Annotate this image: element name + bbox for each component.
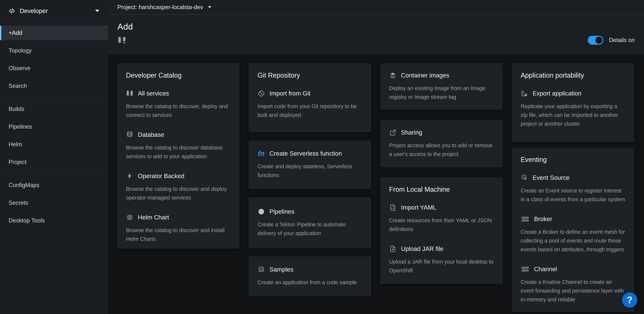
sidebar-item-builds[interactable]: Builds — [0, 102, 108, 116]
page-header: Add Details on — [108, 14, 644, 54]
add-cards-grid: Developer Catalog All services Browse th… — [117, 63, 634, 312]
details-toggle[interactable] — [588, 36, 604, 45]
add-page-content: Developer Catalog All services Browse th… — [108, 54, 644, 314]
item-label[interactable]: Broker — [534, 216, 552, 223]
item-description: Browse the catalog to discover and insta… — [126, 226, 231, 244]
item-label[interactable]: Database — [138, 131, 164, 138]
add-flow-event-source[interactable]: Event Source Create an Event source to r… — [521, 174, 625, 204]
card-title: Eventing — [521, 156, 625, 164]
add-flow-broker[interactable]: Broker Create a Broker to define an even… — [521, 215, 625, 254]
item-description: Upload a JAR file from your local deskto… — [389, 257, 494, 275]
helm-icon — [126, 214, 134, 221]
main-area: Project: harshcasper-localsta-dev Add De… — [108, 0, 644, 314]
sidebar-item-search[interactable]: Search — [0, 79, 108, 93]
item-label[interactable]: Upload JAR file — [401, 245, 443, 252]
add-flow-helm-chart[interactable]: Helm Chart Browse the catalog to discove… — [126, 214, 231, 244]
item-description: Replicate your application by exporting … — [521, 102, 625, 128]
item-label[interactable]: Sharing — [401, 129, 422, 136]
item-description: Project access allows you to add or remo… — [389, 141, 494, 159]
help-button[interactable]: ? — [622, 293, 637, 308]
chevron-down-icon — [208, 6, 211, 8]
add-flow-samples[interactable]: Samples Create an application from a cod… — [258, 266, 362, 287]
card-container-images[interactable]: Container images Deploy an existing Imag… — [380, 63, 503, 110]
item-label[interactable]: Create Serverless function — [270, 150, 342, 157]
item-label[interactable]: Operator Backed — [138, 173, 184, 180]
item-label[interactable]: Samples — [270, 266, 293, 273]
container-images-layers-icon — [389, 72, 396, 79]
item-description: Create a Broker to define an event mesh … — [521, 228, 625, 254]
card-samples[interactable]: Samples Create an application from a cod… — [248, 256, 371, 296]
card-from-local-machine[interactable]: From Local Machine Import YAML Create re… — [380, 177, 503, 284]
channel-binary-icon — [521, 266, 530, 273]
item-label[interactable]: Helm Chart — [138, 214, 169, 221]
item-label[interactable]: Export application — [532, 90, 582, 97]
card-title: Developer Catalog — [126, 71, 231, 79]
item-label[interactable]: Channel — [534, 266, 557, 273]
item-description: Create a Tekton Pipeline to automate del… — [258, 220, 362, 238]
item-label[interactable]: Import from Git — [270, 90, 310, 97]
add-flow-container-images[interactable]: Container images Deploy an existing Imag… — [389, 72, 494, 101]
item-description: Create a Knative Channel to create an ev… — [521, 278, 625, 304]
grid-column-1: Developer Catalog All services Browse th… — [117, 63, 240, 249]
add-flow-upload-jar-file[interactable]: Upload JAR file Upload a JAR file from y… — [389, 245, 494, 275]
perspective-switcher[interactable]: Developer — [0, 0, 108, 22]
add-flow-create-serverless-function[interactable]: fn Create Serverless function Create and… — [258, 150, 362, 180]
item-label[interactable]: Import YAML — [401, 204, 436, 211]
sidebar-item-project[interactable]: Project — [0, 155, 108, 169]
add-flow-pipelines[interactable]: Pipelines Create a Tekton Pipeline to au… — [258, 208, 362, 238]
item-description: Browse the catalog to discover and deplo… — [126, 185, 231, 202]
item-description: Browse the catalog to discover database … — [126, 143, 231, 161]
sidebar-item-pipelines[interactable]: Pipelines — [0, 119, 108, 134]
card-pipelines[interactable]: Pipelines Create a Tekton Pipeline to au… — [248, 197, 371, 248]
item-label[interactable]: Pipelines — [270, 208, 294, 215]
card-title: From Local Machine — [389, 186, 494, 193]
file-code-icon — [389, 204, 396, 211]
broker-binary-icon — [521, 215, 530, 223]
git-icon — [258, 90, 265, 97]
page-title: Add — [118, 14, 635, 32]
add-flow-operator-backed[interactable]: Operator Backed Browse the catalog to di… — [126, 172, 231, 202]
serverless-fn-icon: fn — [258, 150, 265, 157]
add-flow-database[interactable]: Database Browse the catalog to discover … — [126, 131, 231, 161]
sidebar-item-secrets[interactable]: Secrets — [0, 196, 108, 210]
grid-column-2: Git Repository Import from Git Import co… — [248, 63, 371, 296]
card-title: Git Repository — [258, 71, 362, 79]
add-flow-import-from-git[interactable]: Import from Git Import code from your Gi… — [258, 90, 362, 119]
item-description: Create an Event source to register inter… — [521, 186, 625, 204]
item-description: Create an application from a code sample — [258, 278, 362, 287]
card-serverless-function[interactable]: fn Create Serverless function Create and… — [248, 140, 371, 189]
add-flow-import-yaml[interactable]: Import YAML Create resources from their … — [389, 204, 494, 234]
card-sharing[interactable]: Sharing Project access allows you to add… — [380, 120, 503, 167]
project-bar: Project: harshcasper-localsta-dev — [108, 0, 644, 14]
sidebar-item-topology[interactable]: Topology — [0, 43, 108, 58]
card-developer-catalog[interactable]: Developer Catalog All services Browse th… — [117, 63, 240, 249]
sidebar-item-helm[interactable]: Helm — [0, 137, 108, 152]
add-flow-channel[interactable]: Channel Create a Knative Channel to crea… — [521, 266, 625, 304]
project-selector[interactable]: Project: harshcasper-localsta-dev — [118, 4, 211, 10]
item-description: Browse the catalog to discover, deploy a… — [126, 102, 231, 119]
sidebar-nav: Developer +Add Topology Observe Search B… — [0, 0, 108, 314]
card-title: Application portability — [521, 71, 625, 79]
item-description: Create resources from their YAML or JSON… — [389, 216, 494, 234]
item-label[interactable]: Event Source — [532, 174, 570, 181]
sidebar-item-configmaps[interactable]: ConfigMaps — [0, 178, 108, 192]
sidebar-item-desktop-tools[interactable]: Desktop Tools — [0, 213, 108, 228]
add-flow-sharing[interactable]: Sharing Project access allows you to add… — [389, 129, 494, 159]
details-toggle-label: Details on — [609, 37, 635, 43]
card-git-repository[interactable]: Git Repository Import from Git Import co… — [248, 63, 371, 132]
item-label[interactable]: All services — [138, 90, 169, 97]
item-description: Import code from your Git repository to … — [258, 102, 362, 119]
bolt-icon — [126, 172, 134, 180]
project-selector-label: Project: harshcasper-localsta-dev — [118, 4, 203, 10]
card-application-portability[interactable]: Application portability Export applicati… — [512, 63, 634, 142]
sidebar-item-add[interactable]: +Add — [0, 26, 108, 40]
sidebar-menu: +Add Topology Observe Search Builds Pipe… — [0, 22, 108, 228]
card-eventing[interactable]: Eventing Event Source Create an Event so… — [512, 148, 634, 312]
item-description: Deploy an existing Image from an Image r… — [389, 84, 494, 101]
add-flow-export-application[interactable]: Export application Replicate your applic… — [521, 90, 625, 128]
item-label[interactable]: Container images — [401, 72, 449, 79]
guided-tour-book-plus-icon[interactable] — [118, 36, 126, 45]
sidebar-item-observe[interactable]: Observe — [0, 61, 108, 76]
grid-column-3: Container images Deploy an existing Imag… — [380, 63, 503, 284]
add-flow-all-services[interactable]: All services Browse the catalog to disco… — [126, 90, 231, 119]
